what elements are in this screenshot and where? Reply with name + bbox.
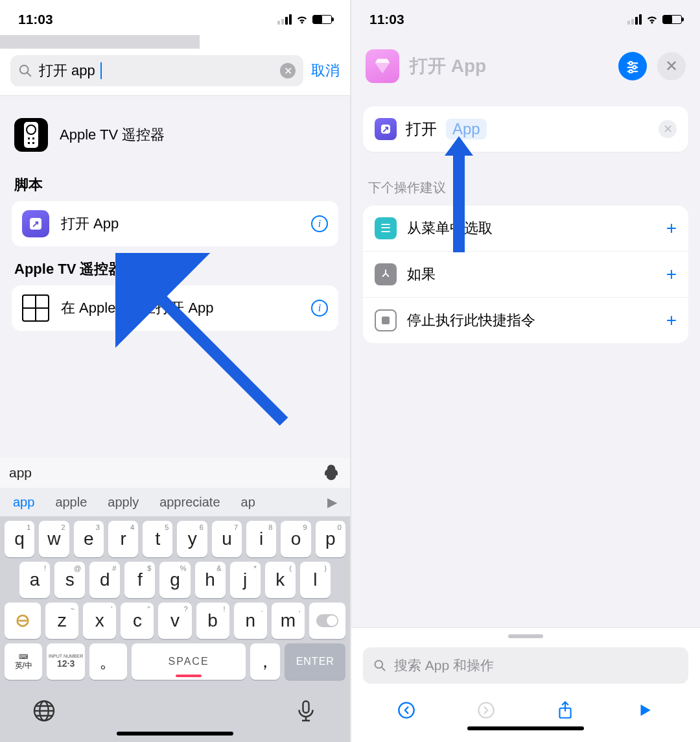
action-open-app[interactable]: 打开 App ✕: [363, 106, 688, 152]
key-e[interactable]: e3: [74, 521, 104, 557]
key-n[interactable]: n.: [234, 603, 267, 639]
result-apple-tv-remote[interactable]: Apple TV 遥控器: [0, 108, 350, 162]
key-a[interactable]: a!: [19, 562, 50, 598]
key-t[interactable]: t5: [143, 521, 172, 557]
info-icon[interactable]: i: [311, 300, 328, 317]
wifi-icon: [646, 14, 659, 25]
kb-row-2: a!s@d#f$g%h&j*k(l): [0, 557, 350, 598]
key-l[interactable]: l): [300, 562, 331, 598]
settings-button[interactable]: [618, 52, 647, 80]
key-x[interactable]: x': [83, 603, 116, 639]
result-label: 在 Apple TV 上打开 App: [61, 298, 299, 318]
suggestions-header: 下个操作建议: [351, 152, 700, 206]
globe-icon[interactable]: [32, 699, 56, 723]
tv-grid-icon: [22, 294, 49, 322]
key-w[interactable]: w2: [39, 521, 69, 557]
key-k[interactable]: k(: [265, 562, 296, 598]
key-f[interactable]: f$: [124, 562, 155, 598]
prediction[interactable]: apply: [97, 495, 149, 510]
key-c[interactable]: c": [121, 603, 154, 639]
bottom-panel: 搜索 App 和操作: [351, 628, 700, 742]
prediction[interactable]: ap: [231, 495, 266, 510]
expand-icon[interactable]: ▶: [317, 494, 347, 510]
key-j[interactable]: j*: [230, 562, 261, 598]
key-d[interactable]: d#: [89, 562, 120, 598]
ai-icon[interactable]: [321, 463, 341, 483]
status-time: 11:03: [18, 12, 53, 27]
prediction[interactable]: app: [3, 495, 45, 510]
search-icon: [373, 659, 386, 672]
info-icon[interactable]: i: [311, 215, 328, 232]
key-h[interactable]: h&: [195, 562, 226, 598]
shortcut-title[interactable]: 打开 App: [410, 54, 608, 78]
keyboard-word-row: app: [0, 458, 350, 488]
battery-icon: [312, 15, 332, 24]
undo-button[interactable]: [395, 699, 417, 721]
status-icons: [627, 14, 682, 25]
clear-search-button[interactable]: ✕: [280, 63, 296, 78]
redo-button[interactable]: [475, 699, 497, 721]
shift-key[interactable]: [5, 603, 41, 639]
add-icon[interactable]: +: [666, 310, 677, 331]
search-header: 打开 app ✕ 取消: [0, 49, 350, 96]
suggestion-label: 停止执行此快捷指令: [407, 311, 656, 330]
run-button[interactable]: [634, 699, 656, 721]
comma-key[interactable]: ，: [250, 643, 281, 680]
grabber-handle[interactable]: [508, 634, 543, 638]
search-field[interactable]: 打开 app ✕: [10, 55, 303, 86]
key-b[interactable]: b!: [196, 603, 229, 639]
toggle-key[interactable]: [309, 603, 345, 639]
share-button[interactable]: [554, 699, 576, 721]
cancel-button[interactable]: 取消: [311, 61, 340, 80]
key-s[interactable]: s@: [54, 562, 85, 598]
svg-line-19: [382, 667, 385, 671]
toolbar: [351, 693, 700, 724]
number-key[interactable]: INPUT NUMBER 12·3: [47, 643, 84, 680]
key-r[interactable]: r4: [108, 521, 138, 557]
search-results: Apple TV 遥控器 脚本 打开 App i Apple TV 遥控器 在 …: [0, 96, 350, 459]
search-input-text[interactable]: 打开 app: [39, 61, 95, 80]
lang-key[interactable]: ⌨ 英/中: [5, 643, 42, 680]
key-z[interactable]: z~: [45, 603, 78, 639]
suggestion-if[interactable]: 如果 +: [363, 252, 688, 298]
key-m[interactable]: m,: [272, 603, 305, 639]
space-key[interactable]: SPACE: [132, 643, 245, 680]
home-indicator[interactable]: [117, 732, 233, 736]
keyboard-predictions: app apple apply appreciate ap ▶: [0, 488, 350, 516]
suggestion-choose-from-menu[interactable]: ☰ 从菜单中选取 +: [363, 206, 688, 252]
search-actions-field[interactable]: 搜索 App 和操作: [363, 647, 688, 684]
close-button[interactable]: ✕: [657, 52, 686, 80]
key-y[interactable]: y6: [177, 521, 207, 557]
key-q[interactable]: q1: [5, 521, 34, 557]
home-indicator[interactable]: [467, 726, 584, 730]
key-g[interactable]: g%: [159, 562, 190, 598]
svg-line-1: [27, 73, 30, 76]
key-p[interactable]: p0: [316, 521, 345, 557]
key-o[interactable]: o9: [281, 521, 310, 557]
result-open-on-tv[interactable]: 在 Apple TV 上打开 App i: [12, 285, 338, 331]
key-i[interactable]: i8: [246, 521, 276, 557]
status-bar-left: 11:03: [0, 0, 350, 35]
status-icons: [277, 14, 332, 25]
key-v[interactable]: v?: [158, 603, 191, 639]
prediction[interactable]: apple: [45, 495, 97, 510]
result-open-app[interactable]: 打开 App i: [12, 201, 338, 246]
status-time: 11:03: [369, 12, 404, 27]
signal-icon: [627, 14, 642, 25]
action-param[interactable]: App: [446, 119, 487, 139]
suggestion-stop[interactable]: 停止执行此快捷指令 +: [363, 298, 688, 343]
mic-icon[interactable]: [294, 699, 318, 723]
prediction[interactable]: appreciate: [149, 495, 230, 510]
search-placeholder: 搜索 App 和操作: [394, 656, 494, 675]
key-u[interactable]: u7: [212, 521, 242, 557]
clear-action-button[interactable]: ✕: [659, 120, 677, 138]
result-label: Apple TV 遥控器: [60, 125, 165, 145]
add-icon[interactable]: +: [666, 264, 677, 285]
add-icon[interactable]: +: [666, 218, 677, 239]
kb-row-3: z~x'c"v?b!n.m,: [0, 598, 350, 639]
keyboard[interactable]: app app apple apply appreciate ap ▶ q1w2…: [0, 458, 350, 742]
enter-key[interactable]: ENTER: [285, 643, 345, 680]
status-bar-right: 11:03: [351, 0, 700, 35]
dot-key[interactable]: 。: [89, 643, 127, 680]
suggestions-list: ☰ 从菜单中选取 + 如果 + 停止执行此快捷指令 +: [363, 206, 688, 343]
